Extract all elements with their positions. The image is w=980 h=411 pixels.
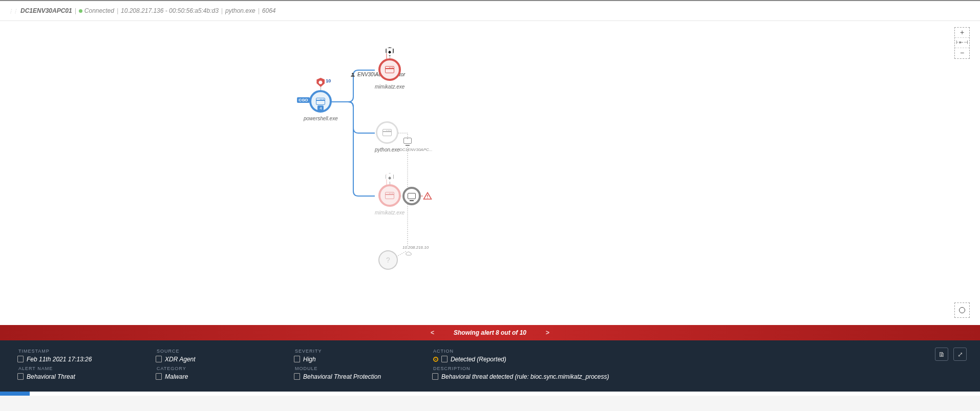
category-value: Malware bbox=[165, 373, 188, 380]
action-label: ACTION bbox=[433, 349, 761, 354]
pulse-icon bbox=[433, 357, 438, 362]
copy-icon[interactable] bbox=[295, 374, 300, 380]
expand-button[interactable]: ⤢ bbox=[953, 348, 967, 361]
copy-icon[interactable] bbox=[433, 374, 438, 380]
graph-edges bbox=[0, 21, 980, 325]
node-mimikatz-2[interactable]: ◆ mimikatz.exe bbox=[375, 184, 404, 215]
process-icon bbox=[382, 129, 392, 136]
zoom-in-button[interactable]: + bbox=[955, 28, 969, 38]
next-alert-button[interactable]: > bbox=[542, 329, 553, 336]
node-label: mimikatz.exe bbox=[375, 210, 404, 215]
shield-icon: ⬣ bbox=[316, 78, 325, 87]
source-value: XDR Agent bbox=[165, 356, 196, 363]
description-value: Behavioral threat detected (rule: bioc.s… bbox=[441, 373, 609, 380]
copy-icon[interactable] bbox=[295, 357, 300, 362]
process-icon bbox=[385, 192, 394, 199]
module-value: Behavioral Threat Protection bbox=[303, 373, 381, 380]
shield-count: 10 bbox=[325, 78, 332, 83]
connection-status: Connected bbox=[84, 7, 114, 14]
node-python[interactable]: python.exe bbox=[375, 121, 400, 153]
timestamp-label: TIMESTAMP bbox=[18, 349, 157, 354]
node-label: mimikatz.exe bbox=[375, 84, 404, 90]
action-value: Detected (Reported) bbox=[451, 356, 506, 363]
copy-icon[interactable] bbox=[18, 357, 24, 362]
svg-point-1 bbox=[427, 198, 428, 199]
prev-alert-button[interactable]: < bbox=[427, 329, 438, 336]
panel-action-buttons: 🗎 ⤢ bbox=[935, 348, 967, 361]
node-unknown[interactable]: ? bbox=[378, 250, 398, 270]
alertname-label: ALERT NAME bbox=[18, 366, 157, 371]
shield-icon: ◆ bbox=[386, 173, 394, 182]
alert-counter-text: Showing alert 8 out of 10 bbox=[454, 329, 526, 336]
host-mini-icon bbox=[403, 138, 412, 144]
alert-nav-bar: < Showing alert 8 out of 10 > bbox=[0, 325, 980, 340]
node-label: python.exe bbox=[375, 147, 400, 153]
module-label: MODULE bbox=[295, 366, 433, 371]
description-label: DESCRIPTION bbox=[433, 366, 761, 371]
copy-icon[interactable] bbox=[18, 374, 24, 380]
shield-badge: ◆ bbox=[386, 47, 394, 59]
child-count-badge: 4 bbox=[317, 105, 324, 112]
shield-badge: ⬣ 10 bbox=[316, 78, 325, 90]
host-name: DC1ENV30APC01 bbox=[20, 7, 72, 14]
zoom-controls: + ⊦⇤⊣ − bbox=[954, 27, 970, 59]
warning-icon bbox=[423, 191, 432, 203]
grip-icon: ⋮⋮ bbox=[8, 8, 17, 14]
host-mini-label: DC1ENV30APC... bbox=[399, 147, 432, 152]
node-label: powershell.exe bbox=[304, 116, 338, 121]
process-id: 6064 bbox=[262, 7, 276, 14]
recenter-button[interactable] bbox=[954, 302, 970, 318]
progress-bar bbox=[0, 392, 980, 396]
export-button[interactable]: 🗎 bbox=[935, 348, 948, 361]
shield-icon: ◆ bbox=[386, 47, 394, 56]
question-icon: ? bbox=[386, 256, 390, 264]
process-icon bbox=[385, 66, 394, 73]
category-label: CATEGORY bbox=[157, 366, 295, 371]
causality-graph-canvas[interactable]: ENV30\Administrator ⬣ 10 CGO 4 powershel… bbox=[0, 21, 980, 325]
zoom-out-button[interactable]: − bbox=[955, 48, 969, 58]
status-dot-icon bbox=[79, 9, 82, 13]
process-name: python.exe bbox=[225, 7, 255, 14]
copy-icon[interactable] bbox=[442, 357, 448, 362]
copy-icon[interactable] bbox=[157, 374, 162, 380]
severity-label: SEVERITY bbox=[295, 349, 433, 354]
alert-details-panel: TIMESTAMP Feb 11th 2021 17:13:26 SOURCE … bbox=[0, 340, 980, 392]
monitor-icon bbox=[408, 193, 416, 199]
zoom-fit-button[interactable]: ⊦⇤⊣ bbox=[955, 38, 969, 48]
node-powershell[interactable]: ⬣ 10 CGO 4 powershell.exe bbox=[304, 90, 338, 121]
monitor-icon bbox=[403, 138, 412, 144]
copy-icon[interactable] bbox=[157, 357, 162, 362]
process-icon bbox=[316, 98, 325, 105]
shield-badge: ◆ bbox=[386, 173, 394, 185]
severity-value: High bbox=[303, 356, 316, 363]
node-mimikatz-1[interactable]: ◆ mimikatz.exe bbox=[375, 58, 404, 90]
ip-mac: 10.208.217.136 - 00:50:56:a5:4b:d3 bbox=[121, 7, 219, 14]
user-icon bbox=[350, 72, 355, 77]
breadcrumb-bar: ⋮⋮ DC1ENV30APC01 | Connected | 10.208.21… bbox=[0, 0, 980, 21]
timestamp-value: Feb 11th 2021 17:13:26 bbox=[27, 356, 92, 363]
node-monitor[interactable] bbox=[402, 187, 421, 205]
cloud-icon bbox=[405, 249, 413, 258]
cgo-tag: CGO bbox=[297, 97, 309, 103]
source-label: SOURCE bbox=[157, 349, 295, 354]
alertname-value: Behavioral Threat bbox=[27, 373, 75, 380]
